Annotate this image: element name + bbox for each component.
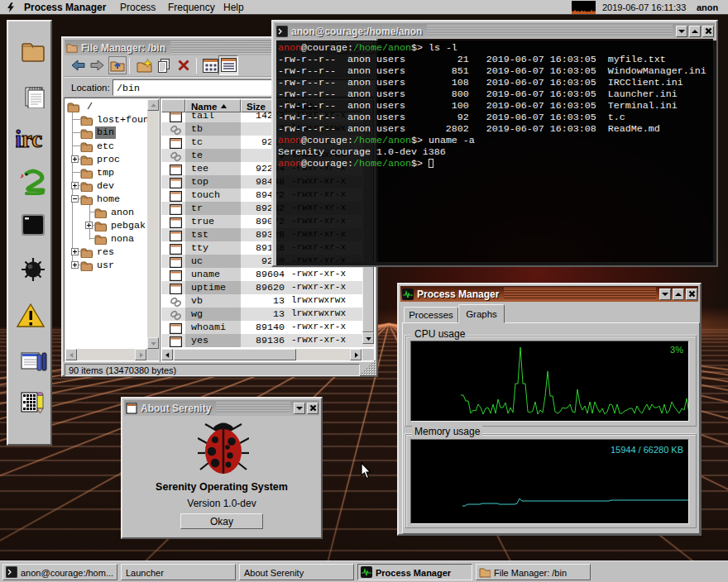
svg-text:15944 / 66280 KB: 15944 / 66280 KB: [611, 445, 683, 455]
svg-text:rc: rc: [22, 126, 42, 150]
svg-text:i: i: [16, 126, 22, 150]
svg-text:3%: 3%: [670, 345, 683, 355]
